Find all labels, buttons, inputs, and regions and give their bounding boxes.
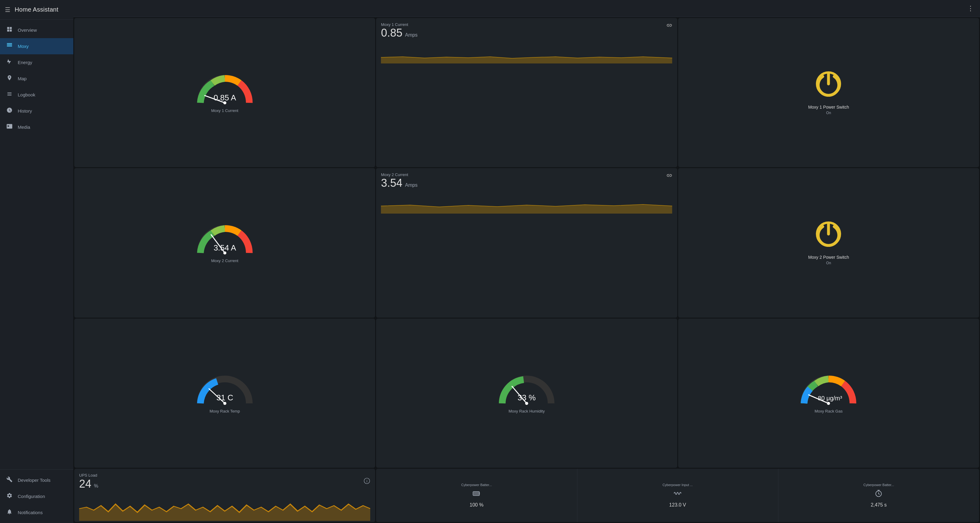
- moxy-rack-gas-card[interactable]: 80 μg/m³ Moxy Rack Gas: [678, 319, 979, 468]
- moxy2-current-gauge-card[interactable]: 3.54 A Moxy 2 Current: [74, 168, 375, 317]
- moxy2-power-card[interactable]: Moxy 2 Power Switch On: [678, 168, 979, 317]
- moxy-icon: [6, 43, 13, 50]
- cyber-timer-icon: [874, 489, 883, 500]
- sidebar-item-overview-label: Overview: [18, 27, 37, 33]
- sidebar-item-moxy[interactable]: Moxy: [0, 38, 73, 54]
- cyber-battery-title: Cyberpower Batter...: [461, 483, 492, 487]
- svg-text:80 μg/m³: 80 μg/m³: [818, 395, 843, 401]
- history-icon: [6, 107, 13, 115]
- cyber-wave-icon: [673, 489, 682, 500]
- moxy1-graph-card[interactable]: Moxy 1 Current 0.85 Amps: [376, 18, 677, 167]
- svg-text:3.54 A: 3.54 A: [213, 243, 236, 252]
- main-content: ⋮ 0.85 A Moxy: [73, 0, 980, 523]
- topbar: ⋮: [73, 0, 980, 17]
- temp-gauge: 31 C: [194, 373, 255, 406]
- moxy1-graph-title-block: Moxy 1 Current 0.85 Amps: [381, 22, 417, 39]
- moxy2-graph-header: Moxy 2 Current 3.54 Amps: [381, 173, 672, 189]
- sidebar-item-overview[interactable]: Overview: [0, 22, 73, 38]
- cyber-timer-title: Cyberpower Batter...: [863, 483, 894, 487]
- sidebar-item-map-label: Map: [18, 76, 27, 81]
- moxy1-link-icon: [666, 22, 672, 29]
- cyberpower-card[interactable]: Cyberpower Batter... 100 % Cyberpower In…: [376, 469, 979, 522]
- moxy1-graph-header: Moxy 1 Current 0.85 Amps: [381, 22, 672, 39]
- svg-point-22: [827, 402, 830, 405]
- svg-rect-0: [7, 43, 12, 44]
- hamburger-icon[interactable]: ☰: [5, 6, 10, 13]
- ups-value-row: 24 %: [79, 477, 99, 490]
- ups-chart: [79, 490, 370, 522]
- moxy2-power-icon: [815, 220, 842, 252]
- sidebar-item-developer-tools[interactable]: Developer Tools: [0, 472, 73, 488]
- sidebar-item-media[interactable]: Media: [0, 119, 73, 135]
- moxy1-current-gauge-card[interactable]: 0.85 A Moxy 1 Current: [74, 18, 375, 167]
- sidebar-item-configuration-label: Configuration: [18, 494, 45, 499]
- moxy1-graph-unit: Amps: [405, 32, 418, 38]
- sidebar-item-history-label: History: [18, 108, 32, 114]
- ups-title: UPS Load: [79, 473, 99, 477]
- moxy2-graph-card[interactable]: Moxy 2 Current 3.54 Amps: [376, 168, 677, 317]
- temp-gauge-label: Moxy Rack Temp: [210, 409, 240, 414]
- moxy1-gauge: 0.85 A: [194, 72, 255, 106]
- sidebar-item-energy-label: Energy: [18, 60, 32, 65]
- cyber-input-value: 123.0 V: [669, 502, 686, 508]
- svg-point-19: [525, 402, 528, 405]
- svg-rect-1: [7, 44, 12, 46]
- ups-header: UPS Load 24 % i: [79, 473, 370, 490]
- cyber-input-title: Cyberpower Input ...: [663, 483, 693, 487]
- moxy1-power-icon: [815, 70, 842, 101]
- sidebar-item-map[interactable]: Map: [0, 70, 73, 87]
- ups-info-icon: i: [364, 477, 370, 486]
- logbook-icon: [6, 91, 13, 98]
- sidebar-item-logbook[interactable]: Logbook: [0, 87, 73, 103]
- nav-section: Overview Moxy Energy Map: [0, 19, 73, 469]
- moxy2-gauge-label: Moxy 2 Current: [211, 258, 238, 263]
- configuration-icon: [6, 493, 13, 500]
- cyberpower-timer-item: Cyberpower Batter... 2,475 s: [778, 469, 979, 522]
- ups-value: 24: [79, 477, 91, 490]
- moxy1-gauge-label: Moxy 1 Current: [211, 108, 238, 113]
- sidebar-item-notifications[interactable]: Notifications: [0, 504, 73, 521]
- moxy2-gauge: 3.54 A: [194, 222, 255, 256]
- sidebar-item-media-label: Media: [18, 125, 30, 130]
- svg-text:31 C: 31 C: [216, 393, 233, 402]
- moxy2-chart: [381, 189, 672, 318]
- more-options-icon[interactable]: ⋮: [967, 5, 974, 13]
- moxy2-power-name: Moxy 2 Power Switch: [808, 255, 849, 260]
- energy-icon: [6, 59, 13, 66]
- moxy-rack-temp-card[interactable]: 31 C Moxy Rack Temp: [74, 319, 375, 468]
- cyber-battery-value: 100 %: [469, 502, 483, 508]
- sidebar-item-energy[interactable]: Energy: [0, 54, 73, 70]
- moxy-rack-humidity-card[interactable]: 33 % Moxy Rack Humidity: [376, 319, 677, 468]
- developer-tools-icon: [6, 476, 13, 484]
- moxy1-power-name: Moxy 1 Power Switch: [808, 105, 849, 109]
- gas-gauge: 80 μg/m³: [798, 373, 859, 406]
- sidebar-header: ☰ Home Assistant: [0, 0, 73, 19]
- sidebar-item-notifications-label: Notifications: [18, 510, 43, 515]
- svg-text:0.85 A: 0.85 A: [213, 93, 236, 102]
- moxy2-power-status: On: [826, 261, 831, 265]
- moxy1-chart: [381, 39, 672, 168]
- map-icon: [6, 75, 13, 82]
- sidebar-item-history[interactable]: History: [0, 103, 73, 119]
- sidebar: ☰ Home Assistant Overview Moxy Energy: [0, 0, 73, 523]
- humidity-gauge-label: Moxy Rack Humidity: [509, 409, 545, 414]
- media-icon: [6, 123, 13, 131]
- moxy1-graph-value-row: 0.85 Amps: [381, 27, 417, 39]
- cyber-timer-value: 2,475 s: [871, 502, 886, 508]
- svg-rect-2: [7, 46, 12, 47]
- ups-title-block: UPS Load 24 %: [79, 473, 99, 490]
- cyber-battery-icon: [472, 489, 481, 500]
- humidity-gauge: 33 %: [496, 373, 557, 406]
- moxy2-graph-title-block: Moxy 2 Current 3.54 Amps: [381, 173, 417, 189]
- app-title: Home Assistant: [15, 6, 58, 13]
- svg-text:33 %: 33 %: [517, 393, 536, 402]
- moxy1-power-card[interactable]: Moxy 1 Power Switch On: [678, 18, 979, 167]
- moxy1-graph-value: 0.85: [381, 27, 402, 39]
- moxy2-graph-value: 3.54: [381, 177, 402, 189]
- ups-unit: %: [94, 483, 99, 488]
- sidebar-item-developer-tools-label: Developer Tools: [18, 477, 50, 483]
- dashboard-grid: 0.85 A Moxy 1 Current Moxy 1 Current 0.8…: [73, 17, 980, 523]
- overview-icon: [6, 26, 13, 34]
- ups-load-card[interactable]: UPS Load 24 % i: [74, 469, 375, 522]
- sidebar-item-configuration[interactable]: Configuration: [0, 488, 73, 504]
